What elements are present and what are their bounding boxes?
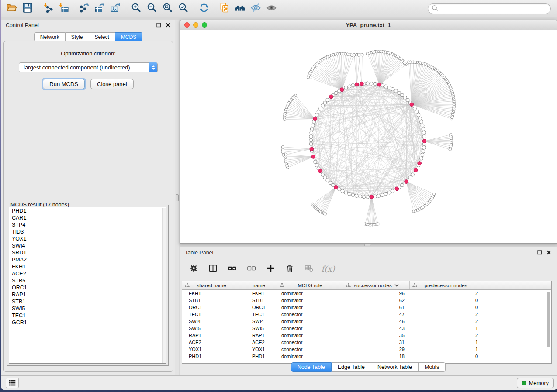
table-row[interactable]: PHD1PHD1dominator180 bbox=[182, 353, 551, 360]
cell-name[interactable]: TEC1 bbox=[241, 312, 277, 317]
vertical-split-divider[interactable] bbox=[175, 20, 179, 375]
mcds-result-item[interactable]: CAR1 bbox=[9, 214, 166, 221]
cell-name[interactable]: SWI5 bbox=[241, 326, 277, 331]
minimize-window-icon[interactable] bbox=[193, 22, 198, 28]
mcds-result-item[interactable]: RAP1 bbox=[9, 291, 166, 298]
mcds-result-item[interactable]: TID3 bbox=[9, 228, 166, 235]
cell-successor-nodes[interactable]: 96 bbox=[343, 291, 410, 296]
cell-shared-name[interactable]: PHD1 bbox=[182, 354, 241, 359]
cell-name[interactable]: STB1 bbox=[241, 298, 277, 303]
table-row[interactable]: YOX1YOX1connector291 bbox=[182, 346, 551, 353]
cell-shared-name[interactable]: ACE2 bbox=[182, 340, 241, 345]
tab-edge-table[interactable]: Edge Table bbox=[332, 362, 371, 372]
mcds-result-list[interactable]: PHD1CAR1STP4TID3YOX1SWI4SRD1PMA2FKH1ACE2… bbox=[9, 207, 166, 364]
cell-MCDS-role[interactable]: dominator bbox=[277, 291, 343, 296]
mcds-result-item[interactable]: ACE2 bbox=[9, 270, 166, 277]
import-network-button[interactable] bbox=[40, 2, 56, 16]
search-box[interactable] bbox=[428, 3, 551, 14]
maximize-window-icon[interactable] bbox=[202, 22, 207, 28]
close-panel-icon[interactable] bbox=[165, 22, 171, 28]
cell-successor-nodes[interactable]: 46 bbox=[343, 319, 410, 324]
cell-MCDS-role[interactable]: dominator bbox=[277, 333, 343, 338]
cell-name[interactable]: FKH1 bbox=[241, 291, 277, 296]
list-scrollbar-track[interactable] bbox=[162, 208, 166, 363]
cell-MCDS-role[interactable]: dominator bbox=[277, 298, 343, 303]
run-mcds-button[interactable]: Run MCDS bbox=[43, 79, 85, 89]
scrollbar-thumb[interactable] bbox=[547, 292, 550, 347]
table-row[interactable]: ORC1ORC1dominator610 bbox=[182, 304, 551, 311]
cell-name[interactable]: ORC1 bbox=[241, 305, 277, 310]
split-handle[interactable] bbox=[364, 244, 371, 246]
cell-MCDS-role[interactable]: connector bbox=[277, 340, 343, 345]
column-header-MCDS-role[interactable]: MCDS role bbox=[277, 281, 343, 289]
cell-predecessor-nodes[interactable]: 0 bbox=[410, 354, 482, 359]
cell-shared-name[interactable]: FKH1 bbox=[182, 291, 241, 296]
table-scrollbar[interactable] bbox=[547, 291, 551, 362]
mcds-result-item[interactable]: SWI5 bbox=[9, 305, 166, 312]
cell-predecessor-nodes[interactable]: 2 bbox=[410, 312, 482, 317]
export-network-button[interactable] bbox=[76, 2, 92, 16]
open-file-button[interactable] bbox=[4, 2, 20, 16]
save-session-button[interactable] bbox=[20, 2, 35, 16]
table-row[interactable]: SWI5SWI5connector431 bbox=[182, 325, 551, 332]
horizontal-split-divider[interactable] bbox=[179, 244, 557, 247]
add-row-button[interactable] bbox=[263, 261, 278, 276]
table-row[interactable]: FKH1FKH1dominator962 bbox=[182, 290, 551, 297]
settings-gear-button[interactable] bbox=[186, 261, 201, 276]
cell-predecessor-nodes[interactable]: 0 bbox=[410, 298, 482, 303]
cell-shared-name[interactable]: SWI5 bbox=[182, 326, 241, 331]
zoom-fit-button[interactable] bbox=[160, 2, 176, 16]
memory-button[interactable]: Memory bbox=[517, 378, 554, 388]
cell-shared-name[interactable]: YOX1 bbox=[182, 347, 241, 352]
column-header-name[interactable]: name bbox=[241, 281, 277, 289]
cell-predecessor-nodes[interactable]: 2 bbox=[410, 333, 482, 338]
cell-successor-nodes[interactable]: 29 bbox=[343, 347, 410, 352]
table-row[interactable]: STB1STB1dominator620 bbox=[182, 297, 551, 304]
close-panel-button[interactable]: Close panel bbox=[90, 79, 134, 89]
export-table-button[interactable] bbox=[92, 2, 108, 16]
network-window-titlebar[interactable]: YPA_prune.txt_1 bbox=[180, 20, 557, 30]
zoom-out-button[interactable] bbox=[144, 2, 160, 16]
table-row[interactable]: RAP1RAP1dominator352 bbox=[182, 332, 551, 339]
mcds-result-item[interactable]: SWI4 bbox=[9, 242, 166, 249]
tab-network[interactable]: Network bbox=[34, 32, 66, 41]
mcds-result-item[interactable]: TEC1 bbox=[9, 312, 166, 319]
cell-successor-nodes[interactable]: 62 bbox=[343, 298, 410, 303]
cell-successor-nodes[interactable]: 18 bbox=[343, 354, 410, 359]
cell-shared-name[interactable]: STB1 bbox=[182, 298, 241, 303]
cell-name[interactable]: PHD1 bbox=[241, 354, 277, 359]
tab-mcds[interactable]: MCDS bbox=[115, 32, 142, 41]
table-row[interactable]: TEC1TEC1connector472 bbox=[182, 311, 551, 318]
split-handle[interactable] bbox=[176, 194, 179, 201]
cell-MCDS-role[interactable]: dominator bbox=[277, 354, 343, 359]
cell-shared-name[interactable]: TEC1 bbox=[182, 312, 241, 317]
column-header-shared-name[interactable]: shared name bbox=[182, 281, 241, 289]
cell-predecessor-nodes[interactable]: 1 bbox=[410, 347, 482, 352]
tab-motifs[interactable]: Motifs bbox=[419, 362, 446, 372]
deselect-all-button[interactable] bbox=[243, 261, 259, 276]
mcds-result-item[interactable]: GCR1 bbox=[9, 319, 166, 326]
mcds-result-item[interactable]: PHD1 bbox=[9, 207, 166, 214]
cell-predecessor-nodes[interactable]: 1 bbox=[410, 340, 482, 345]
cell-name[interactable]: RAP1 bbox=[241, 333, 277, 338]
export-image-button[interactable] bbox=[108, 2, 124, 16]
cell-successor-nodes[interactable]: 61 bbox=[343, 305, 410, 310]
cell-successor-nodes[interactable]: 47 bbox=[343, 312, 410, 317]
zoom-selected-button[interactable] bbox=[176, 2, 191, 16]
cell-predecessor-nodes[interactable]: 0 bbox=[410, 305, 482, 310]
birds-eye-button[interactable] bbox=[264, 2, 280, 16]
mcds-result-item[interactable]: STB1 bbox=[9, 298, 166, 305]
cell-predecessor-nodes[interactable]: 2 bbox=[410, 319, 482, 324]
delete-row-button[interactable] bbox=[282, 261, 298, 276]
search-input[interactable] bbox=[440, 6, 547, 12]
mcds-result-item[interactable]: ORC1 bbox=[9, 284, 166, 291]
cell-successor-nodes[interactable]: 31 bbox=[343, 340, 410, 345]
table-row[interactable]: ACE2ACE2connector311 bbox=[182, 339, 551, 346]
cell-MCDS-role[interactable]: dominator bbox=[277, 305, 343, 310]
tab-node-table[interactable]: Node Table bbox=[291, 362, 332, 372]
mcds-result-item[interactable]: SRD1 bbox=[9, 249, 166, 256]
cell-name[interactable]: SWI4 bbox=[241, 319, 277, 324]
close-panel-icon[interactable] bbox=[546, 250, 552, 255]
cell-MCDS-role[interactable]: connector bbox=[277, 326, 343, 331]
home-button[interactable] bbox=[232, 2, 248, 16]
